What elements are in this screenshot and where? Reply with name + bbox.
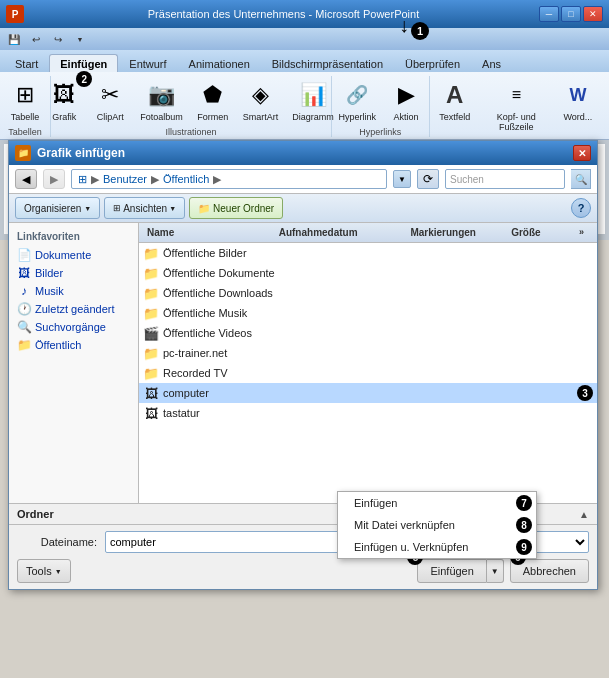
tools-label: Tools	[26, 565, 52, 577]
file-item[interactable]: 🎬 Öffentliche Videos	[139, 323, 597, 343]
dialog-close-button[interactable]: ✕	[573, 145, 591, 161]
refresh-button[interactable]: ⟳	[417, 169, 439, 189]
ribbon-btn-aktion[interactable]: ▶ Aktion	[385, 76, 427, 125]
back-button[interactable]: ◀	[15, 169, 37, 189]
ribbon-btn-clipart[interactable]: ✂ ClipArt	[89, 76, 131, 125]
ribbon-btn-word[interactable]: W Word...	[559, 76, 597, 125]
ribbon-btn-hyperlink[interactable]: 🔗 Hyperlink	[334, 76, 382, 125]
fotoalbum-icon: 📷	[145, 79, 177, 111]
word-label: Word...	[564, 112, 593, 122]
sidebar-item-musik[interactable]: ♪ Musik	[13, 282, 134, 300]
ribbon-btn-fotoalbum[interactable]: 📷 Fotoalbum	[135, 76, 188, 125]
new-folder-label: Neuer Ordner	[213, 203, 274, 214]
kopf-icon: ≡	[500, 79, 532, 111]
organize-label: Organisieren	[24, 203, 81, 214]
file-item[interactable]: 📁 Öffentliche Bilder	[139, 243, 597, 263]
file-item[interactable]: 📁 Öffentliche Musik	[139, 303, 597, 323]
dialog-toolbar: Organisieren ▼ ⊞ Ansichten ▼ 📁 Neuer Ord…	[9, 194, 597, 223]
annotation-8: 8	[516, 517, 532, 533]
file-item[interactable]: 📁 pc-trainer.net	[139, 343, 597, 363]
ribbon-btn-kopf[interactable]: ≡ Kopf- und Fußzeile	[478, 76, 555, 135]
insert-dropdown-menu: Einfügen 7 Mit Datei verknüpfen 8 Einfüg…	[337, 491, 537, 559]
tab-einfuegen[interactable]: Einfügen	[49, 54, 118, 72]
sidebar-item-dokumente[interactable]: 📄 Dokumente	[13, 246, 134, 264]
file-item-recorded-tv[interactable]: 📁 Recorded TV	[139, 363, 597, 383]
file-item[interactable]: 📁 Öffentliche Dokumente	[139, 263, 597, 283]
tab-start[interactable]: Start	[4, 54, 49, 72]
kopf-label: Kopf- und Fußzeile	[483, 112, 550, 132]
ribbon-btn-formen[interactable]: ⬟ Formen	[192, 76, 234, 125]
file-name: computer	[163, 387, 593, 399]
annotation-9: 9	[516, 539, 532, 555]
search-box[interactable]: Suchen	[445, 169, 565, 189]
aktion-icon: ▶	[390, 79, 422, 111]
ribbon-btn-diagramm[interactable]: 📊 Diagramm	[287, 76, 339, 125]
dialog-body: Linkfavoriten 📄 Dokumente 🖼 Bilder ♪ Mus…	[9, 223, 597, 503]
views-dropdown-arrow: ▼	[169, 205, 176, 212]
minimize-button[interactable]: ─	[539, 6, 559, 22]
file-item-tastatur[interactable]: 🖼 tastatur	[139, 403, 597, 423]
new-folder-button[interactable]: 📁 Neuer Ordner	[189, 197, 283, 219]
forward-button[interactable]: ▶	[43, 169, 65, 189]
tab-praesentation[interactable]: Bildschirmpräsentation	[261, 54, 394, 72]
folder-icon: 📁	[143, 305, 159, 321]
ribbon-btn-textfeld[interactable]: A Textfeld	[436, 76, 474, 125]
help-button[interactable]: ?	[571, 198, 591, 218]
views-button[interactable]: ⊞ Ansichten ▼	[104, 197, 185, 219]
col-header-more: »	[577, 225, 593, 240]
qat-redo-button[interactable]: ↪	[48, 30, 68, 48]
ribbon-group-hyperlinks: 🔗 Hyperlink ▶ Aktion Hyperlinks	[338, 76, 430, 137]
address-part-3[interactable]: Öffentlich	[163, 173, 209, 185]
dropdown-item-verknuepfen[interactable]: Mit Datei verknüpfen 8	[338, 514, 536, 536]
hyperlink-label: Hyperlink	[339, 112, 377, 122]
textfeld-label: Textfeld	[439, 112, 470, 122]
address-part-2[interactable]: Benutzer	[103, 173, 147, 185]
insert-button-group: Einfügen ▼ 5 6	[417, 559, 503, 583]
file-item-computer[interactable]: 🖼 computer 3	[139, 383, 597, 403]
close-button[interactable]: ✕	[583, 6, 603, 22]
word-icon: W	[562, 79, 594, 111]
dialog-title: Grafik einfügen	[37, 146, 573, 160]
group-label-tabellen: Tabellen	[8, 127, 42, 137]
title-bar: P Präsentation des Unternehmens - Micros…	[0, 0, 609, 28]
sidebar-item-bilder[interactable]: 🖼 Bilder	[13, 264, 134, 282]
dialog-address-bar: ◀ ▶ ⊞ ▶ Benutzer ▶ Öffentlich ▶ ▼ ⟳ Such…	[9, 165, 597, 194]
ribbon-btn-grafik[interactable]: 🖼 Grafik 2	[43, 76, 85, 125]
sidebar-item-zuletzt[interactable]: 🕐 Zuletzt geändert	[13, 300, 134, 318]
quick-access-toolbar: 💾 ↩ ↪ ▼ ↓ 1	[0, 28, 609, 50]
app-icon: P	[6, 5, 24, 23]
tab-ueberpruefen[interactable]: Überprüfen	[394, 54, 471, 72]
tab-entwurf[interactable]: Entwurf	[118, 54, 177, 72]
annotation-7: 7	[516, 495, 532, 511]
maximize-button[interactable]: □	[561, 6, 581, 22]
search-button[interactable]: 🔍	[571, 169, 591, 189]
insert-image-dialog: 📁 Grafik einfügen ✕ ◀ ▶ ⊞ ▶ Benutzer ▶ Ö…	[8, 140, 598, 590]
address-bar[interactable]: ⊞ ▶ Benutzer ▶ Öffentlich ▶	[71, 169, 387, 189]
organize-button[interactable]: Organisieren ▼	[15, 197, 100, 219]
tools-button[interactable]: Tools ▼	[17, 559, 71, 583]
address-dropdown-button[interactable]: ▼	[393, 170, 411, 188]
tab-ans[interactable]: Ans	[471, 54, 512, 72]
main-area: • Produktneuheit D • Produktneuheit C • …	[0, 140, 609, 240]
qat-undo-button[interactable]: ↩	[26, 30, 46, 48]
insert-dropdown-button[interactable]: ▼	[487, 559, 504, 583]
hyperlink-icon: 🔗	[341, 79, 373, 111]
tab-animationen[interactable]: Animationen	[178, 54, 261, 72]
ribbon-btn-tabelle[interactable]: ⊞ Tabelle	[4, 76, 46, 125]
smartart-label: SmartArt	[243, 112, 279, 122]
ribbon-btn-smartart[interactable]: ◈ SmartArt	[238, 76, 284, 125]
insert-button[interactable]: Einfügen	[417, 559, 486, 583]
ribbon-tabs: Start Einfügen Entwurf Animationen Bilds…	[0, 50, 609, 72]
folder-arrow-icon: ▲	[579, 509, 589, 520]
sidebar-item-oeffentlich[interactable]: 📁 Öffentlich	[13, 336, 134, 354]
group-label-illustrationen: Illustrationen	[165, 127, 216, 137]
diagramm-label: Diagramm	[292, 112, 334, 122]
qat-dropdown-button[interactable]: ▼	[70, 30, 90, 48]
dropdown-item-einfuegen-verknuepfen[interactable]: Einfügen u. Verknüpfen 9	[338, 536, 536, 558]
qat-save-button[interactable]: 💾	[4, 30, 24, 48]
sidebar-item-suche[interactable]: 🔍 Suchvorgänge	[13, 318, 134, 336]
file-name: Öffentliche Downloads	[163, 287, 593, 299]
dropdown-item-einfuegen[interactable]: Einfügen 7	[338, 492, 536, 514]
file-item[interactable]: 📁 Öffentliche Downloads	[139, 283, 597, 303]
address-part-1[interactable]: ⊞	[78, 173, 87, 186]
